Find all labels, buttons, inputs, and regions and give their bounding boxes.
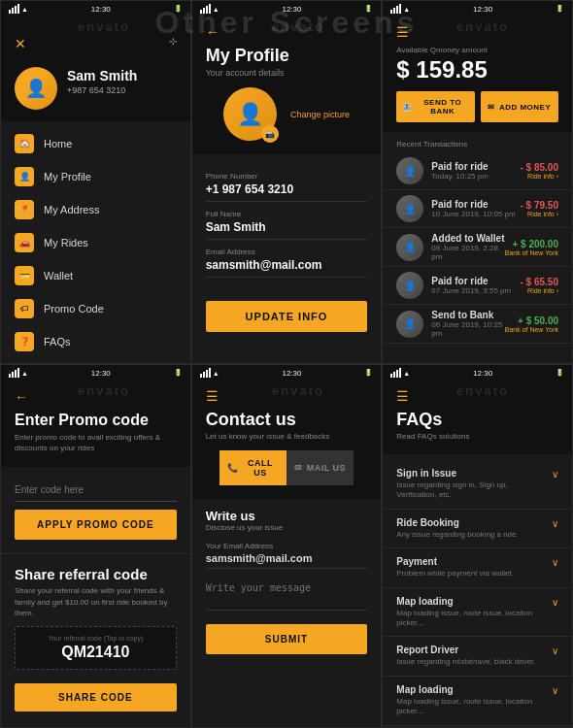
write-subtitle: Disclose us your issue — [206, 523, 368, 532]
user-name: Sam Smith — [67, 68, 137, 83]
faq-item[interactable]: Sign in Issue Issue regarding sign in, S… — [383, 460, 572, 510]
faq-question: Map loading — [396, 596, 546, 607]
edit-avatar-button[interactable]: 📷 — [261, 125, 279, 143]
faq-content: Ride Booking Any issue regarding booking… — [396, 517, 546, 540]
txn-amount: - $ 65.50 — [521, 277, 558, 287]
faq-item[interactable]: Map loading Map loading issue, route iss… — [383, 677, 572, 726]
chevron-down-icon: ∨ — [552, 469, 558, 480]
screen-profile: ▲ 12:30 🔋 ← My Profile Your account deta… — [191, 0, 383, 364]
faq-question: Report Driver — [396, 645, 546, 655]
faq-item[interactable]: Ride Booking Any issue regarding booking… — [383, 510, 572, 548]
promo-input-wrap — [15, 479, 177, 502]
status-bar-contact: ▲ 12:30 🔋 — [192, 365, 382, 381]
sidebar-item-promo[interactable]: 🏷 Promo Code — [1, 292, 190, 325]
faq-answer: Any issue regarding booking a ride. — [396, 530, 546, 540]
wifi-icon: ▲ — [403, 370, 410, 377]
faqs-icon: ❓ — [15, 332, 34, 351]
time-display: 12:30 — [473, 369, 492, 378]
referral-code-box[interactable]: Your referral code (Tap to copy) QM21410 — [15, 626, 177, 670]
close-icon[interactable]: ✕ — [15, 36, 26, 51]
sidebar-item-address[interactable]: 📍 My Address — [1, 193, 190, 226]
faqs-header: ☰ FAQs Read FAQs solutions — [383, 381, 572, 454]
txn-name: Added to Wallet — [431, 233, 504, 244]
sidebar-item-label: My Rides — [44, 237, 88, 248]
txn-type[interactable]: Ride info › — [521, 211, 558, 217]
status-bar-faqs: ▲ 12:30 🔋 — [383, 365, 572, 381]
wifi-icon: ▲ — [21, 6, 28, 13]
submit-button[interactable]: SUBMIT — [206, 624, 368, 654]
transaction-item: 👤 Send to Bank 06 June 2019, 10:25 pm + … — [383, 305, 572, 344]
status-bar-promo: ▲ 12:30 🔋 — [1, 365, 190, 381]
txn-amount-wrap: - $ 79.50 Ride info › — [521, 200, 558, 217]
txn-name: Paid for ride — [431, 161, 520, 172]
phone-label: Phone Number — [206, 172, 368, 181]
profile-subtitle: Your account details — [206, 68, 368, 78]
sidebar-item-rides[interactable]: 🚗 My Rides — [1, 226, 190, 259]
bank-icon: 🏦 — [402, 103, 413, 112]
share-section: Share referral code Share your referral … — [1, 553, 190, 723]
sidebar-item-profile[interactable]: 👤 My Profile — [1, 160, 190, 193]
share-code-button[interactable]: SHARE CODE — [15, 683, 177, 711]
back-button[interactable]: ← — [15, 389, 28, 405]
mail-us-tab[interactable]: ✉ MAIL US — [286, 450, 354, 485]
menu-items-list: 🏠 Home 👤 My Profile 📍 My Address 🚗 My Ri… — [1, 121, 190, 364]
contact-header: ☰ Contact us Let us know your issue & fe… — [192, 381, 382, 499]
time-display: 12:30 — [91, 369, 111, 378]
time-display: 12:30 — [473, 5, 492, 14]
txn-type[interactable]: Bank of New York — [505, 326, 558, 333]
sidebar-item-wallet[interactable]: 💳 Wallet — [1, 259, 190, 292]
txn-type[interactable]: Ride info › — [521, 173, 558, 180]
faq-answer: Issue regarding misbehave, black driver. — [396, 657, 546, 667]
update-info-button[interactable]: UPDATE INFO — [206, 301, 368, 332]
chevron-down-icon: ∨ — [552, 597, 558, 608]
chevron-down-icon: ∨ — [552, 557, 558, 568]
txn-amount-wrap: + $ 50.00 Bank of New York — [505, 315, 558, 333]
menu-button[interactable]: ☰ — [206, 388, 368, 404]
battery-icon: 🔋 — [174, 369, 183, 377]
promo-icon: 🏷 — [15, 299, 34, 318]
share-title: Share referral code — [15, 566, 177, 582]
sidebar-item-label: Home — [44, 138, 72, 149]
txn-type[interactable]: Bank of New York — [505, 249, 558, 256]
txn-date: Today, 10:25 pm — [431, 172, 520, 181]
faq-items-list: Sign in Issue Issue regarding sign in, S… — [383, 454, 572, 728]
phone-value: +1 987 654 3210 — [206, 182, 368, 202]
txn-name: Paid for ride — [431, 276, 520, 286]
message-textarea[interactable] — [206, 577, 368, 611]
sidebar-item-label: Promo Code — [44, 303, 104, 314]
add-money-button[interactable]: ✉ ADD MONEY — [481, 91, 558, 122]
faq-item[interactable]: Report Driver Issue regarding misbehave,… — [383, 637, 572, 676]
profile-avatar: 👤 📷 — [223, 87, 277, 141]
faq-item[interactable]: Map loading Map loading issue, route iss… — [383, 588, 572, 638]
promo-header: ← Enter Promo code Enter promo code to a… — [1, 381, 190, 467]
faq-item[interactable]: Payment Problem while payment via wallet… — [383, 548, 572, 587]
sidebar-item-home[interactable]: 🏠 Home — [1, 127, 190, 160]
promo-code-input[interactable] — [15, 479, 177, 501]
name-label: Full Name — [206, 210, 368, 218]
send-to-bank-button[interactable]: 🏦 SEND TO BANK — [396, 91, 474, 122]
apply-promo-button[interactable]: APPLY PROMO CODE — [15, 510, 177, 540]
txn-type[interactable]: Ride info › — [521, 287, 558, 294]
email-field-value: samsmith@mail.com — [206, 552, 368, 569]
menu-button[interactable]: ☰ — [396, 24, 558, 40]
sidebar-item-faqs[interactable]: ❓ FAQs — [1, 325, 190, 358]
call-us-tab[interactable]: 📞 CALL US — [219, 450, 286, 485]
chevron-down-icon: ∨ — [552, 645, 558, 656]
back-button[interactable]: ← — [206, 24, 368, 40]
profile-header: ← My Profile Your account details 👤 📷 Ch… — [192, 17, 382, 154]
address-icon: 📍 — [15, 200, 34, 219]
available-label: Available Qmoney amount — [396, 46, 558, 54]
change-picture-button[interactable]: Change picture — [290, 110, 350, 119]
faq-content: Map loading Map loading issue, route iss… — [396, 596, 546, 629]
signal-icon — [9, 4, 19, 14]
referral-hint: Your referral code (Tap to copy) — [29, 635, 162, 642]
map-icon[interactable]: ⊹ — [169, 36, 177, 47]
email-field-label: Your Email Address — [206, 542, 368, 550]
faqs-subtitle: Read FAQs solutions — [396, 432, 558, 441]
txn-info: Paid for ride 07 June 2019, 3:55 pm — [431, 276, 520, 295]
avatar-image: 👤 — [15, 67, 57, 110]
battery-icon: 🔋 — [556, 369, 564, 377]
phone-icon: 📞 — [227, 463, 239, 473]
menu-button[interactable]: ☰ — [396, 388, 558, 404]
txn-date: 07 June 2019, 3:55 pm — [431, 286, 520, 295]
